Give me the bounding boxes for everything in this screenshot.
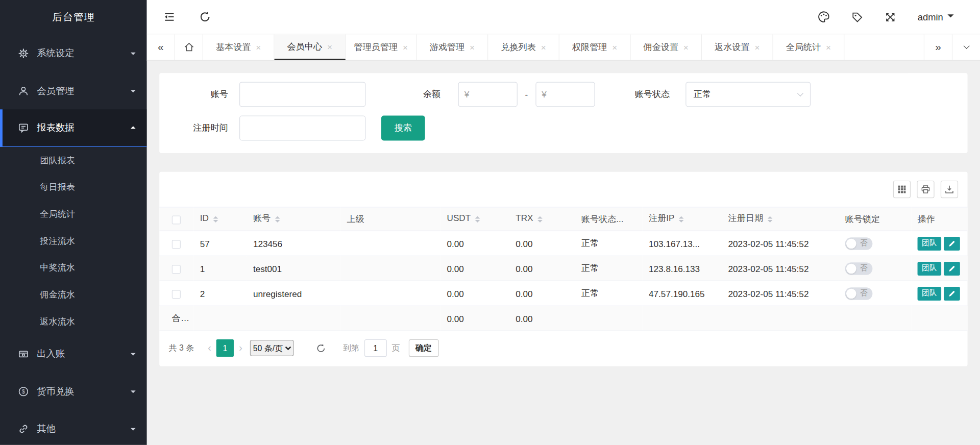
lock-toggle[interactable]: 否 — [845, 287, 873, 300]
column-filter-button[interactable] — [893, 181, 911, 198]
sidebar-item-in-out-accounts[interactable]: 出入账 — [0, 335, 147, 372]
cell-ip: 47.57.190.165 — [643, 281, 722, 306]
page-size-select[interactable]: 50 条/页 — [250, 340, 294, 356]
balance-max-field: ¥ — [535, 82, 595, 107]
edit-button[interactable] — [944, 236, 960, 250]
account-label: 账号 — [172, 89, 228, 100]
team-button[interactable]: 团队 — [918, 236, 942, 250]
sort-icon[interactable] — [768, 213, 773, 225]
sort-icon[interactable] — [275, 213, 280, 225]
user-menu[interactable]: admin — [918, 12, 954, 22]
close-icon[interactable]: × — [403, 42, 408, 53]
gear-icon — [17, 47, 29, 59]
toggle-knob — [846, 263, 856, 274]
close-icon[interactable]: × — [683, 42, 689, 53]
confirm-page-button[interactable]: 确定 — [409, 339, 439, 357]
edit-button[interactable] — [944, 286, 960, 300]
tab-permission-management[interactable]: 权限管理× — [559, 34, 631, 60]
row-checkbox[interactable] — [172, 240, 181, 249]
select-all-checkbox[interactable] — [172, 215, 181, 224]
chevron-down-icon — [131, 52, 136, 57]
sort-icon[interactable] — [213, 213, 218, 225]
close-icon[interactable]: × — [612, 42, 617, 53]
tab-rebate-settings[interactable]: 返水设置× — [702, 34, 773, 60]
row-checkbox[interactable] — [172, 290, 181, 299]
tab-menu-button[interactable] — [952, 34, 980, 60]
lock-toggle[interactable]: 否 — [845, 237, 873, 250]
fullscreen-button[interactable] — [885, 11, 896, 22]
refresh-table-button[interactable] — [316, 343, 325, 353]
home-tab-button[interactable] — [175, 34, 203, 60]
sidebar-subitem-team-report[interactable]: 团队报表 — [0, 147, 147, 174]
toggle-label: 否 — [860, 288, 868, 299]
print-button[interactable] — [917, 181, 934, 198]
sort-icon[interactable] — [537, 213, 543, 225]
chevron-down-icon — [963, 43, 969, 49]
cell-usdt: 0.00 — [440, 281, 509, 306]
account-input[interactable] — [239, 82, 365, 107]
goto-page-input[interactable] — [364, 339, 387, 357]
tab-exchange-list[interactable]: 兑换列表× — [488, 34, 559, 60]
sidebar: 后台管理 系统设定 会员管理 报表数据 — [0, 0, 147, 445]
sidebar-subitem-daily-report[interactable]: 每日报表 — [0, 174, 147, 201]
sidebar-item-report-data[interactable]: 报表数据 — [0, 109, 147, 146]
close-icon[interactable]: × — [256, 42, 261, 53]
cell-usdt: 0.00 — [440, 231, 509, 256]
close-icon[interactable]: × — [327, 41, 332, 52]
topbar-left — [163, 11, 211, 23]
team-button[interactable]: 团队 — [918, 286, 942, 300]
sidebar-item-label: 出入账 — [37, 348, 131, 359]
chevron-down-icon — [797, 90, 803, 96]
tab-game-management[interactable]: 游戏管理× — [417, 34, 488, 60]
close-icon[interactable]: × — [754, 42, 760, 53]
search-button[interactable]: 搜索 — [381, 116, 425, 141]
close-icon[interactable]: × — [826, 42, 831, 53]
page-number-button[interactable]: 1 — [216, 339, 234, 357]
prev-page-button[interactable]: ‹ — [208, 342, 211, 354]
register-time-input[interactable] — [239, 116, 365, 141]
sidebar-subitem-win-flow[interactable]: 中奖流水 — [0, 254, 147, 281]
status-select[interactable]: 正常 — [685, 82, 811, 107]
cell-status: 正常 — [575, 256, 643, 281]
tab-label: 会员中心 — [287, 41, 323, 52]
sort-icon[interactable] — [475, 213, 480, 225]
sidebar-item-system-settings[interactable]: 系统设定 — [0, 34, 147, 71]
tab-commission-settings[interactable]: 佣金设置× — [631, 34, 702, 60]
link-icon — [17, 423, 29, 434]
tab-admin-management[interactable]: 管理员管理× — [346, 34, 417, 60]
sidebar-subitem-commission-flow[interactable]: 佣金流水 — [0, 281, 147, 308]
sidebar-item-other[interactable]: 其他 — [0, 410, 147, 445]
tab-label: 佣金设置 — [643, 41, 678, 53]
team-button[interactable]: 团队 — [918, 261, 942, 275]
balance-min-field: ¥ — [458, 82, 518, 107]
sidebar-subitem-global-stats[interactable]: 全局统计 — [0, 201, 147, 228]
sidebar-item-member-management[interactable]: 会员管理 — [0, 72, 147, 109]
sidebar-item-currency-exchange[interactable]: $ 货币兑换 — [0, 373, 147, 410]
collapse-sidebar-button[interactable] — [163, 11, 176, 23]
username: admin — [918, 12, 943, 22]
theme-button[interactable] — [818, 11, 830, 23]
scroll-tabs-right-button[interactable]: » — [924, 34, 952, 60]
tag-button[interactable] — [851, 11, 863, 22]
close-icon[interactable]: × — [541, 42, 546, 53]
tab-global-stats[interactable]: 全局统计× — [773, 34, 845, 60]
edit-button[interactable] — [944, 261, 960, 275]
tab-member-center[interactable]: 会员中心× — [275, 34, 346, 60]
sidebar-subitem-bet-flow[interactable]: 投注流水 — [0, 228, 147, 255]
export-button[interactable] — [941, 181, 958, 198]
table-panel: ID 账号 上级 USDT TRX 账号状态... 注册IP 注册日期 账号锁定… — [159, 172, 967, 366]
next-page-button[interactable]: › — [239, 342, 242, 354]
row-checkbox[interactable] — [172, 265, 181, 274]
cell-account: unregistered — [247, 281, 341, 306]
close-icon[interactable]: × — [470, 42, 475, 53]
sort-icon[interactable] — [679, 213, 684, 225]
cell-trx: 0.00 — [509, 256, 575, 281]
sidebar-subitem-rebate-flow[interactable]: 返水流水 — [0, 308, 147, 335]
scroll-tabs-left-button[interactable]: « — [147, 34, 175, 60]
pencil-icon — [948, 290, 956, 298]
sidebar-item-label: 其他 — [37, 423, 131, 434]
tab-basic-settings[interactable]: 基本设置× — [203, 34, 275, 60]
lock-toggle[interactable]: 否 — [845, 262, 873, 275]
refresh-button[interactable] — [200, 11, 211, 22]
currency-symbol: ¥ — [464, 89, 470, 100]
